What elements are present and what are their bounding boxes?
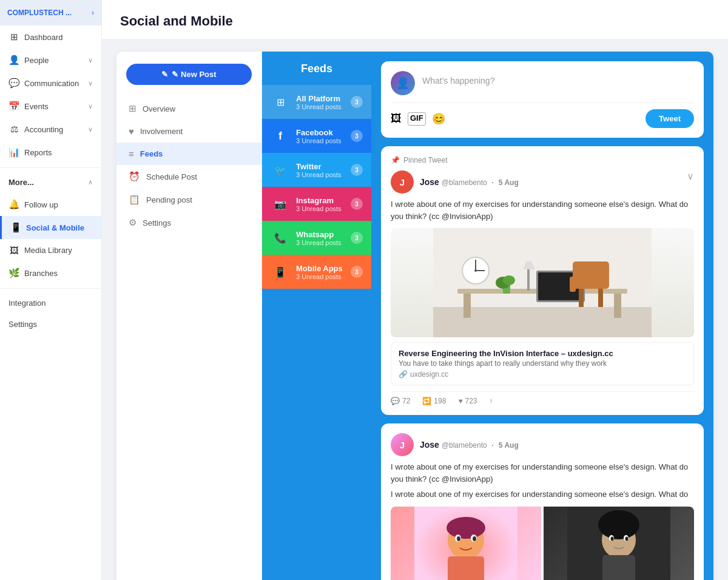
more-label: More... — [8, 178, 83, 187]
page-header: Social and Mobile — [102, 0, 728, 39]
tweet-comment-action[interactable]: 💬 72 — [391, 397, 410, 405]
feed-item-all-platform[interactable]: ⊞ All Platform 3 Unread posts 3 — [262, 85, 371, 119]
sidebar-item-dashboard[interactable]: ⊞ Dashboard — [0, 25, 101, 49]
chevron-down-icon: ∨ — [88, 126, 93, 133]
sidebar-item-label: Social & Mobile — [26, 223, 93, 232]
pin-icon: 📌 — [391, 156, 400, 164]
tweet-body: I wrote about one of my exercises for un… — [391, 198, 694, 222]
svg-rect-3 — [463, 294, 471, 318]
tweet-more-icon[interactable]: ∨ — [687, 170, 694, 182]
tweet-image — [391, 228, 694, 337]
svg-point-36 — [625, 536, 629, 541]
sidebar-item-settings[interactable]: Settings — [0, 314, 101, 335]
svg-point-31 — [598, 510, 639, 539]
feed-info: Whatsapp 3 Unread posts — [296, 230, 345, 246]
tweet-share-action[interactable]: ↑ — [490, 397, 493, 405]
new-post-button[interactable]: ✎ ✎ New Post — [126, 64, 252, 85]
media-library-icon: 🖼 — [8, 245, 19, 255]
sidebar-item-branches[interactable]: 🌿 Branches — [0, 261, 101, 285]
feed-name: Instagram — [296, 196, 345, 205]
branches-icon: 🌿 — [8, 268, 19, 278]
feed-info: Facebook 3 Unread posts — [296, 128, 345, 144]
tweet-user: J Jose @blamebento · 5 Aug — [391, 433, 519, 456]
tweet-card-2: J Jose @blamebento · 5 Aug — [381, 423, 704, 580]
left-nav-pending-post[interactable]: 📋 Pending post — [116, 188, 261, 211]
comment-icon: 💬 — [391, 397, 400, 405]
tweet-header: J Jose @blamebento · 5 Aug — [391, 433, 694, 456]
feed-unread: 3 Unread posts — [296, 171, 345, 178]
sidebar-item-label: Communication — [24, 79, 83, 88]
chevron-down-icon: ∨ — [88, 56, 93, 64]
feed-item-twitter[interactable]: 🐦 Twitter 3 Unread posts 3 — [262, 153, 371, 187]
sidebar-item-integration[interactable]: Integration — [0, 292, 101, 314]
tweet-compose: 👤 What's happening? — [391, 71, 694, 95]
chevron-down-icon: ∨ — [88, 103, 93, 110]
share-icon: ↑ — [490, 397, 493, 405]
feed-item-facebook[interactable]: f Facebook 3 Unread posts 3 — [262, 119, 371, 153]
sidebar-item-social-mobile[interactable]: 📱 Social & Mobile — [0, 216, 101, 239]
left-nav-feeds[interactable]: ≡ Feeds — [116, 143, 261, 165]
left-nav-overview[interactable]: ⊞ Overview — [116, 97, 261, 120]
sidebar-item-media-library[interactable]: 🖼 Media Library — [0, 239, 101, 261]
left-nav-involvement[interactable]: ♥ Involvement — [116, 120, 261, 143]
twitter-feed-panel: 👤 What's happening? 🖼 GIF 😊 Tweet — [371, 52, 713, 580]
sidebar-item-follow-up[interactable]: 🔔 Follow up — [0, 193, 101, 216]
feed-item-instagram[interactable]: 📷 Instagram 3 Unread posts 3 — [262, 187, 371, 221]
left-nav-schedule-post[interactable]: ⏰ Schedule Post — [116, 165, 261, 188]
svg-point-35 — [611, 536, 614, 541]
whatsapp-icon: 📞 — [271, 228, 290, 248]
sidebar-item-label: Dashboard — [24, 33, 93, 42]
tweet-user: J Jose @blamebento · 5 Aug — [391, 170, 519, 194]
like-icon: ♥ — [458, 397, 462, 405]
sidebar-item-communication[interactable]: 💬 Communication ∨ — [0, 72, 101, 95]
left-nav-settings[interactable]: ⚙ Settings — [116, 211, 261, 234]
feed-badge: 3 — [351, 266, 363, 278]
sidebar-item-reports[interactable]: 📊 Reports — [0, 141, 101, 164]
follow-up-icon: 🔔 — [8, 199, 19, 210]
sidebar-item-label: Follow up — [24, 200, 93, 209]
pinned-label: Pinned Tweet — [403, 156, 448, 164]
tweet-like-action[interactable]: ♥ 723 — [458, 397, 477, 405]
left-nav-label: Settings — [143, 218, 171, 228]
link-icon: 🔗 — [399, 370, 408, 379]
feed-unread: 3 Unread posts — [296, 137, 345, 144]
compose-input[interactable]: What's happening? — [422, 71, 694, 90]
company-header[interactable]: COMPLUSTECH ... › — [0, 0, 101, 25]
tweet-header: J Jose @blamebento · 5 Aug ∨ — [391, 170, 694, 194]
image-upload-icon[interactable]: 🖼 — [391, 112, 402, 126]
compose-icons: 🖼 GIF 😊 — [391, 112, 445, 126]
tweet-username: Jose @blamebento · 5 Aug — [420, 177, 519, 187]
company-name: COMPLUSTECH ... — [7, 8, 72, 17]
sidebar-item-more[interactable]: More... ∧ — [0, 172, 101, 193]
left-nav-label: Schedule Post — [146, 172, 197, 181]
link-desc: You have to take things apart to really … — [399, 359, 686, 368]
feed-item-mobile-apps[interactable]: 📱 Mobile Apps 3 Unread posts 3 — [262, 255, 371, 289]
gif-icon[interactable]: GIF — [408, 112, 426, 126]
tweet-button[interactable]: Tweet — [645, 109, 694, 128]
facebook-icon: f — [271, 126, 290, 146]
company-arrow: › — [92, 8, 94, 17]
feed-item-whatsapp[interactable]: 📞 Whatsapp 3 Unread posts 3 — [262, 221, 371, 255]
sidebar-item-people[interactable]: 👤 People ∨ — [0, 49, 101, 72]
tweet-meta: Jose @blamebento · 5 Aug — [420, 440, 519, 450]
feed-name: Facebook — [296, 128, 345, 137]
sidebar-item-label: Reports — [24, 148, 93, 157]
sidebar-item-accounting[interactable]: ⚖ Accounting ∨ — [0, 118, 101, 141]
tweet-actions: 💬 72 🔁 198 ♥ 723 ↑ — [391, 391, 694, 405]
people-icon: 👤 — [8, 55, 19, 66]
feed-info: Mobile Apps 3 Unread posts — [296, 264, 345, 280]
svg-rect-23 — [448, 556, 484, 581]
feed-info: Twitter 3 Unread posts — [296, 162, 345, 178]
pinned-badge: 📌 Pinned Tweet — [391, 156, 694, 164]
tweet-retweet-action[interactable]: 🔁 198 — [422, 397, 446, 405]
dashboard-icon: ⊞ — [8, 32, 19, 42]
feed-unread: 3 Unread posts — [296, 103, 345, 110]
svg-rect-18 — [527, 269, 530, 291]
overview-icon: ⊞ — [129, 103, 136, 114]
left-nav-label: Feeds — [140, 149, 163, 158]
sidebar-item-events[interactable]: 📅 Events ∨ — [0, 95, 101, 118]
feed-name: All Platform — [296, 94, 345, 103]
tweet-avatar-2: J — [391, 433, 414, 456]
emoji-icon[interactable]: 😊 — [432, 112, 445, 126]
left-panel: ✎ ✎ New Post ⊞ Overview ♥ Involvement ≡ … — [116, 52, 262, 580]
